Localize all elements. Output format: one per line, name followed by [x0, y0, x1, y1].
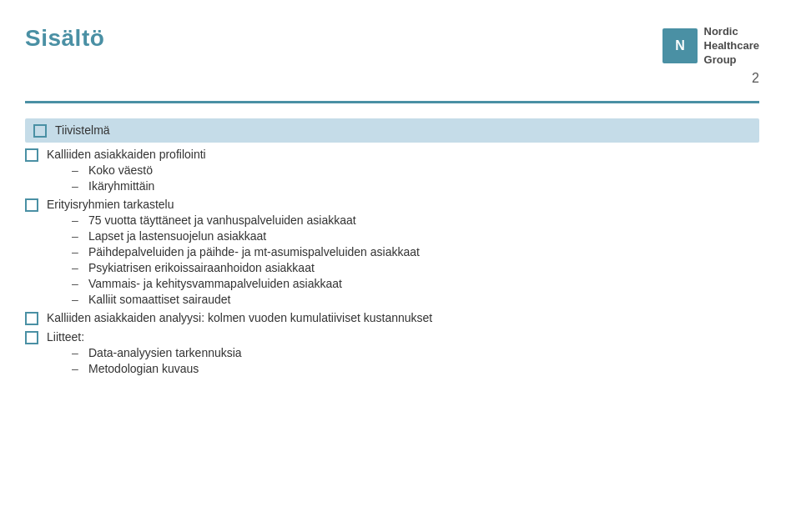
liitteet-label: Liitteet: [47, 330, 84, 344]
profilointi-sub-list: – Koko väestö – Ikäryhmittäin [72, 163, 759, 193]
svg-text:N: N [675, 38, 685, 53]
tiivistelma-label: Tiivistelmä [55, 123, 110, 137]
list-item: – Kalliit somaattiset sairaudet [72, 293, 759, 306]
logo-text: Nordic Healthcare Group [704, 25, 759, 68]
list-item: Liitteet: – Data-analyysien tarkennuksia… [25, 330, 759, 375]
checkbox-icon [25, 148, 38, 162]
list-item: – Koko väestö [72, 163, 759, 177]
list-item: – Vammais- ja kehitysvammapalveluiden as… [72, 277, 759, 290]
checkbox-icon [25, 331, 38, 344]
logo-area: N Nordic Healthcare Group 2 [662, 25, 759, 86]
erityisryhmien-label: Erityisryhmien tarkastelu [47, 198, 174, 211]
tiivistelma-item: Tiivistelmä [25, 118, 759, 143]
profilointi-label: Kalliiden asiakkaiden profilointi [47, 148, 206, 161]
list-item: – Ikäryhmittäin [72, 179, 759, 193]
list-item: – Päihdepalveluiden ja päihde- ja mt-asu… [72, 245, 759, 258]
content-list: Tiivistelmä Kalliiden asiakkaiden profil… [25, 118, 759, 375]
page-title: Sisältö [25, 25, 104, 52]
checkbox-icon [25, 312, 38, 325]
liitteet-sub-list: – Data-analyysien tarkennuksia – Metodol… [72, 346, 759, 375]
list-item: – Metodologian kuvaus [72, 362, 759, 375]
checkbox-icon [25, 198, 38, 212]
logo-box: N Nordic Healthcare Group [662, 25, 759, 68]
slide-header: Sisältö N Nordic Healthcare Group 2 [25, 25, 759, 86]
list-item: Kalliiden asiakkaiden profilointi – Koko… [25, 148, 759, 193]
list-item: – Lapset ja lastensuojelun asiakkaat [72, 229, 759, 243]
checkbox-icon [33, 124, 47, 138]
list-item: – Data-analyysien tarkennuksia [72, 346, 759, 359]
analyysi-label: Kalliiden asiakkaiden analyysi: kolmen v… [47, 311, 432, 324]
slide-page: Sisältö N Nordic Healthcare Group 2 [0, 0, 801, 532]
list-item: Erityisryhmien tarkastelu – 75 vuotta tä… [25, 198, 759, 306]
header-divider [25, 101, 759, 103]
list-item: Tiivistelmä [25, 118, 759, 143]
analyysi-item: Kalliiden asiakkaiden analyysi: kolmen v… [25, 311, 759, 325]
liitteet-item: Liitteet: [25, 330, 759, 344]
list-item: – Psykiatrisen erikoissairaanhoidon asia… [72, 261, 759, 274]
profilointi-item: Kalliiden asiakkaiden profilointi [25, 148, 759, 162]
list-item: – 75 vuotta täyttäneet ja vanhuspalvelui… [72, 213, 759, 227]
erityisryhmien-sub-list: – 75 vuotta täyttäneet ja vanhuspalvelui… [72, 213, 759, 306]
page-number: 2 [752, 71, 759, 86]
list-item: Kalliiden asiakkaiden analyysi: kolmen v… [25, 311, 759, 325]
nhg-logo-icon: N [662, 28, 698, 63]
erityisryhmien-item: Erityisryhmien tarkastelu [25, 198, 759, 212]
